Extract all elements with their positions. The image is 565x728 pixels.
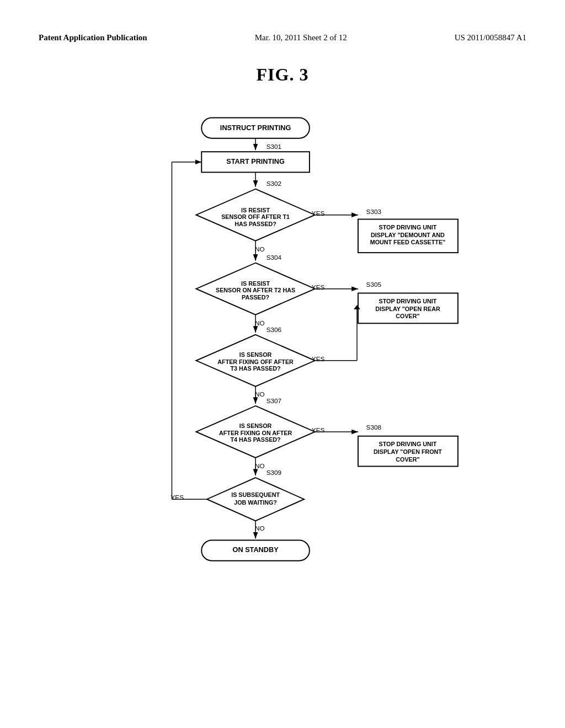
label-d4-no: NO <box>255 462 265 469</box>
label-d3-no: NO <box>255 390 265 398</box>
step-s306: S306 <box>266 326 281 333</box>
step-s308: S308 <box>366 424 382 431</box>
label-d3-yes: YES <box>312 355 325 362</box>
label-on-standby: ON STANDBY <box>233 545 279 554</box>
step-s307: S307 <box>266 397 281 404</box>
label-diamond4-line2: AFTER FIXING ON AFTER <box>219 430 292 436</box>
label-box308-line2: DISPLAY "OPEN FRONT <box>374 448 442 455</box>
label-box305-line2: DISPLAY "OPEN REAR <box>375 306 440 312</box>
step-s301: S301 <box>266 143 281 150</box>
label-box303-line3: MOUNT FEED CASSETTE" <box>370 239 446 245</box>
label-d5-no: NO <box>255 524 265 532</box>
page: Patent Application Publication Mar. 10, … <box>0 0 565 728</box>
label-box308-line1: STOP DRIVING UNIT <box>379 441 437 447</box>
label-d1-yes: YES <box>312 210 325 217</box>
header-patent-number: US 2011/0058847 A1 <box>455 33 526 42</box>
label-diamond2-line2: SENSOR ON AFTER T2 HAS <box>216 287 295 293</box>
header-publication-label: Patent Application Publication <box>39 33 147 42</box>
page-header: Patent Application Publication Mar. 10, … <box>39 33 526 42</box>
label-d2-no: NO <box>255 319 265 326</box>
label-box305-line1: STOP DRIVING UNIT <box>379 298 437 304</box>
label-box303-line1: STOP DRIVING UNIT <box>379 224 437 231</box>
label-start-printing: START PRINTING <box>226 157 285 165</box>
label-box305-line3: COVER" <box>396 313 419 319</box>
label-box308-line3: COVER" <box>396 456 419 463</box>
flowchart-svg: INSTRUCT PRINTING S301 START PRINTING S3… <box>89 107 476 603</box>
label-diamond4-line1: IS SENSOR <box>239 422 272 429</box>
label-diamond5-line2: JOB WAITING? <box>234 499 277 506</box>
label-diamond4-line3: T4 HAS PASSED? <box>230 436 280 443</box>
flowchart-container: INSTRUCT PRINTING S301 START PRINTING S3… <box>89 107 476 606</box>
label-d2-yes: YES <box>312 283 325 291</box>
step-s305: S305 <box>366 281 382 288</box>
label-d1-no: NO <box>255 245 265 253</box>
label-diamond3-line2: AFTER FIXING OFF AFTER <box>217 358 294 365</box>
step-s309: S309 <box>266 469 281 476</box>
label-box303-line2: DISPLAY "DEMOUNT AND <box>371 232 445 238</box>
label-diamond3-line1: IS SENSOR <box>239 351 272 358</box>
step-s303: S303 <box>366 208 381 215</box>
header-date-sheet: Mar. 10, 2011 Sheet 2 of 12 <box>255 33 347 42</box>
label-diamond2-line1: IS RESIST <box>241 280 270 287</box>
label-diamond2-line3: PASSED? <box>242 294 269 301</box>
label-d4-yes: YES <box>312 426 325 433</box>
label-diamond1-line1: IS RESIST <box>241 207 270 213</box>
step-s304: S304 <box>266 254 282 261</box>
label-diamond1-line3: HAS PASSED? <box>234 221 276 227</box>
figure-title: FIG. 3 <box>39 65 526 85</box>
label-d5-yes: YES <box>171 494 184 501</box>
label-instruct-printing: INSTRUCT PRINTING <box>220 124 291 132</box>
label-diamond5-line1: IS SUBSEQUENT <box>231 491 280 498</box>
step-s302: S302 <box>266 180 281 187</box>
label-diamond1-line2: SENSOR OFF AFTER T1 <box>221 213 290 220</box>
label-diamond3-line3: T3 HAS PASSED? <box>230 365 280 372</box>
